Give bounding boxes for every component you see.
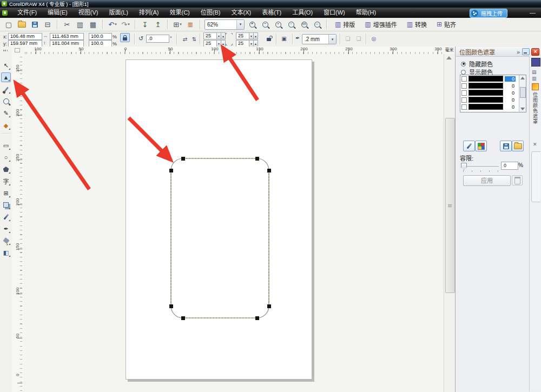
new-document-button[interactable]: ▢ bbox=[3, 19, 14, 30]
open-file-button[interactable] bbox=[16, 19, 27, 30]
undo-button[interactable]: ↶ bbox=[107, 19, 118, 30]
menu-item-11[interactable]: 窗口(W) bbox=[318, 8, 351, 18]
scale-h-field[interactable]: 100.0 bbox=[89, 33, 112, 40]
menu-item-6[interactable]: 效果(C) bbox=[164, 8, 195, 18]
mirror-vertical-button[interactable]: ⇅ bbox=[189, 35, 199, 44]
color-mask-list[interactable]: 00000 bbox=[460, 75, 526, 112]
corner-radius-top-left-value[interactable]: 25 bbox=[203, 32, 217, 39]
mask-scroll-thumb[interactable] bbox=[520, 87, 526, 98]
outline-width-dropdown-icon[interactable]: ▾ bbox=[328, 35, 336, 44]
eyedropper-tool[interactable] bbox=[1, 212, 11, 222]
outline-pen-tool[interactable]: ✒ bbox=[1, 224, 11, 234]
lock-ratio-button[interactable] bbox=[120, 33, 130, 42]
mask-checkbox[interactable] bbox=[461, 104, 467, 110]
docker-expand-icon[interactable]: » bbox=[517, 49, 520, 55]
corner-radius-top-right-value[interactable]: 25 bbox=[236, 32, 249, 39]
canvas-area[interactable] bbox=[23, 54, 444, 392]
redo-button[interactable]: ↷ bbox=[120, 19, 131, 30]
shape-tool[interactable]: ▲ bbox=[1, 72, 11, 82]
menu-item-1[interactable]: 文件(F) bbox=[12, 8, 42, 18]
vertical-ruler[interactable]: 350300250200150100500 bbox=[12, 54, 23, 392]
scrollbar-thumb[interactable] bbox=[445, 118, 455, 293]
docker-tab-icon-1[interactable]: ▤ bbox=[532, 69, 537, 75]
rotation-angle-field[interactable]: .0 bbox=[146, 35, 169, 43]
docker-tab-icon-2[interactable]: ▥ bbox=[532, 76, 537, 81]
tolerance-value-field[interactable]: 0 bbox=[501, 162, 518, 170]
symmetrical-nodes-button[interactable]: ❏ bbox=[343, 34, 353, 43]
interactive-fill-tool[interactable]: ◧ bbox=[1, 248, 11, 257]
corner-tl-decrease-button[interactable]: ▼ bbox=[217, 32, 221, 39]
zoom-to-width-button[interactable]: ↔ bbox=[312, 19, 322, 30]
menu-item-5[interactable]: 排列(A) bbox=[134, 8, 164, 18]
freehand-tool[interactable]: ✎ bbox=[1, 108, 11, 118]
welcome-screen-button[interactable]: ≣ bbox=[185, 19, 196, 30]
zoom-in-button[interactable]: + bbox=[247, 19, 258, 30]
hide-colors-option[interactable]: 隐藏颜色 bbox=[461, 59, 493, 68]
mirror-horizontal-button[interactable]: ⇄ bbox=[180, 35, 190, 44]
round-corners-together-button[interactable] bbox=[264, 34, 274, 43]
mask-scroll-up-icon[interactable] bbox=[520, 77, 525, 79]
zoom-tool[interactable] bbox=[1, 96, 11, 106]
app-menu-icon[interactable] bbox=[2, 10, 8, 16]
mask-checkbox[interactable] bbox=[461, 76, 467, 82]
scroll-up-icon[interactable] bbox=[446, 56, 452, 59]
zoom-to-page-button[interactable]: ▭ bbox=[299, 19, 309, 30]
upload-button[interactable]: 拖拽上传 bbox=[470, 9, 507, 18]
corner-tr-decrease-button[interactable]: ▼ bbox=[249, 32, 254, 39]
shape-node-handle[interactable] bbox=[255, 157, 259, 161]
delete-mask-button[interactable] bbox=[512, 175, 523, 185]
docker-close-button[interactable]: ✕ bbox=[531, 48, 539, 56]
shape-node-handle[interactable] bbox=[169, 169, 173, 172]
color-mask-row[interactable]: 0 bbox=[460, 103, 526, 110]
zoom-level-combo[interactable]: 62%▾ bbox=[204, 19, 245, 30]
hide-colors-radio[interactable] bbox=[461, 62, 466, 67]
save-button[interactable] bbox=[29, 19, 40, 30]
convert-button[interactable]: ▥转换 bbox=[403, 19, 431, 30]
shape-node-handle[interactable] bbox=[181, 157, 185, 161]
zoom-combo-dropdown-icon[interactable]: ▾ bbox=[236, 20, 244, 29]
horizontal-ruler[interactable]: 10050050100150200250300350 bbox=[23, 46, 444, 55]
open-mask-button[interactable] bbox=[512, 141, 524, 151]
zoom-out-button[interactable]: − bbox=[260, 19, 270, 30]
vertical-scrollbar[interactable] bbox=[444, 54, 455, 392]
color-mask-row[interactable]: 0 bbox=[460, 96, 526, 103]
ruler-origin-button[interactable] bbox=[12, 46, 23, 55]
edit-color-button[interactable] bbox=[475, 141, 487, 151]
shape-node-handle[interactable] bbox=[267, 169, 271, 172]
interactive-blend-tool[interactable] bbox=[1, 200, 11, 210]
zoom-all-objects-button[interactable]: ▫ bbox=[286, 19, 296, 30]
color-mask-row[interactable]: 0 bbox=[460, 75, 526, 82]
menu-item-12[interactable]: 帮助(H) bbox=[351, 8, 381, 18]
mask-checkbox[interactable] bbox=[461, 97, 467, 103]
menu-item-8[interactable]: 文本(X) bbox=[226, 8, 256, 18]
zoom-selected-button[interactable]: ▪ bbox=[273, 19, 283, 30]
export-button[interactable]: ↥ bbox=[153, 19, 163, 30]
color-mask-row[interactable]: 0 bbox=[460, 82, 526, 89]
docker-tab-close-icon[interactable]: ✕ bbox=[533, 142, 537, 147]
ellipse-tool[interactable]: ○ bbox=[1, 152, 11, 162]
save-mask-button[interactable] bbox=[500, 141, 512, 151]
mask-scroll-down-icon[interactable] bbox=[520, 108, 525, 110]
typesetting-button[interactable]: ▥排版 bbox=[331, 19, 359, 30]
crop-tool[interactable] bbox=[1, 84, 11, 94]
apply-button[interactable]: 应用 bbox=[463, 175, 511, 186]
tolerance-slider-thumb[interactable] bbox=[461, 163, 467, 170]
import-button[interactable]: ↧ bbox=[140, 19, 150, 30]
menu-item-4[interactable]: 版面(L) bbox=[103, 8, 133, 18]
application-launcher-button[interactable]: ⊞ bbox=[172, 19, 183, 30]
wrap-paragraph-text-button[interactable]: ▣ bbox=[279, 34, 289, 43]
menu-item-7[interactable]: 位图(B) bbox=[195, 8, 226, 18]
text-tool[interactable]: 字 bbox=[1, 176, 11, 186]
tolerance-slider-track[interactable] bbox=[462, 166, 499, 168]
docker-tab-icon-3[interactable] bbox=[532, 83, 539, 90]
collapsed-docker-tab[interactable] bbox=[531, 151, 540, 202]
shape-node-handle[interactable] bbox=[255, 316, 259, 320]
shape-node-handle[interactable] bbox=[267, 304, 271, 308]
rectangle-tool[interactable]: ▭ bbox=[1, 141, 11, 150]
copy-button[interactable]: ▥ bbox=[75, 19, 85, 30]
show-colors-radio[interactable] bbox=[461, 70, 466, 75]
docker-tab-label[interactable]: 位图颜色遮罩 bbox=[532, 92, 539, 124]
selected-rounded-rectangle[interactable] bbox=[168, 156, 272, 321]
pick-tool[interactable]: ↖ bbox=[1, 61, 11, 70]
menu-item-10[interactable]: 工具(O) bbox=[287, 8, 318, 18]
